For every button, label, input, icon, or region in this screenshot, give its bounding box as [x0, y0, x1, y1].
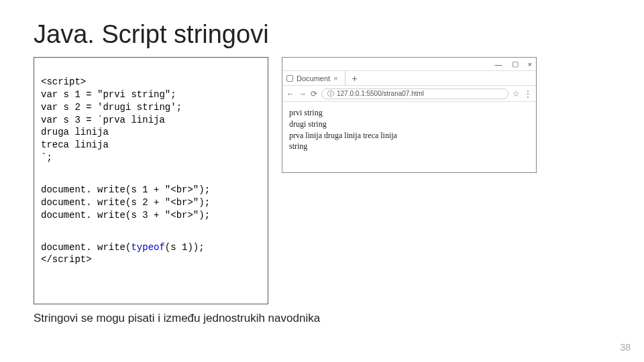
menu-icon[interactable]: ⋮	[524, 89, 532, 99]
star-icon[interactable]: ☆	[513, 89, 520, 99]
slide-title: Java. Script stringovi	[34, 20, 610, 49]
address-bar[interactable]: ⓘ 127.0.0.1:5500/strana07.html	[321, 88, 508, 99]
maximize-icon[interactable]: ▢	[512, 60, 519, 68]
tab-title: Document	[297, 74, 330, 82]
page-line: string	[289, 141, 529, 152]
close-icon[interactable]: ×	[528, 60, 532, 68]
forward-icon[interactable]: →	[299, 89, 307, 99]
page-line: prva linija druga linija treca linija	[289, 130, 529, 141]
new-tab-icon[interactable]: +	[350, 73, 358, 84]
minimize-icon[interactable]: —	[495, 60, 502, 68]
page-number: 38	[620, 342, 631, 353]
tab-row: Document × +	[282, 71, 536, 86]
reload-icon[interactable]: ⟳	[311, 89, 317, 99]
url-text: 127.0.0.1:5500/strana07.html	[337, 90, 424, 97]
back-icon[interactable]: ←	[286, 89, 294, 99]
page-content: prvi string drugi string prva linija dru…	[282, 102, 536, 172]
page-line: drugi string	[289, 119, 529, 130]
browser-window: — ▢ × Document × + ← → ⟳ ⓘ 127.0.0.1:550…	[282, 57, 537, 173]
content-row: <script> var s 1 = "prvi string"; var s …	[34, 57, 610, 304]
code-block-1: <script> var s 1 = "prvi string"; var s …	[41, 76, 261, 164]
code-block-2: document. write(s 1 + "<br>"); document.…	[41, 184, 261, 222]
footer-note: Stringovi se mogu pisati i između jednos…	[34, 312, 320, 325]
site-info-icon[interactable]: ⓘ	[327, 89, 334, 99]
favicon-icon	[286, 75, 293, 82]
code-box: <script> var s 1 = "prvi string"; var s …	[34, 57, 268, 304]
tab-close-icon[interactable]: ×	[333, 74, 337, 82]
window-controls: — ▢ ×	[282, 58, 536, 71]
address-row: ← → ⟳ ⓘ 127.0.0.1:5500/strana07.html ☆ ⋮	[282, 86, 536, 102]
browser-tab[interactable]: Document ×	[286, 71, 345, 85]
page-line: prvi string	[289, 107, 529, 119]
code-block-3: document. write(typeof(s 1)); </script>	[41, 241, 261, 267]
